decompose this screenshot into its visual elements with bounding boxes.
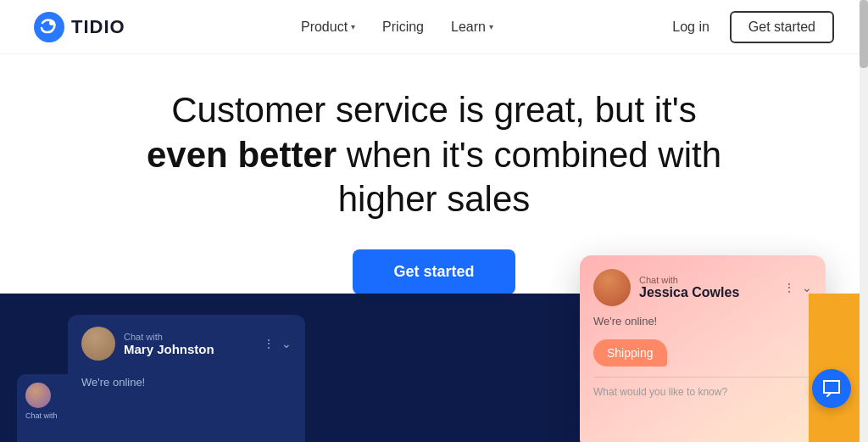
online-status-main: We're online! bbox=[593, 315, 812, 327]
hero-heading: Customer service is great, but it's even… bbox=[129, 88, 739, 222]
nav-center: Product ▾ Pricing Learn ▾ bbox=[301, 20, 493, 35]
hero-heading-bold: even better bbox=[147, 135, 337, 175]
svg-point-0 bbox=[34, 12, 64, 42]
svg-point-1 bbox=[49, 20, 54, 25]
expand-icon-mid: ⌄ bbox=[281, 337, 292, 350]
fab-chat-button[interactable] bbox=[812, 369, 851, 408]
nav-pricing-label: Pricing bbox=[382, 20, 424, 35]
chat-with-label-main: Chat with bbox=[639, 275, 775, 285]
logo[interactable]: TIDIO bbox=[34, 12, 125, 42]
chat-agent-name-main: Jessica Cowles bbox=[639, 285, 775, 300]
scrollbar-thumb[interactable] bbox=[860, 0, 868, 68]
logo-icon bbox=[34, 12, 64, 42]
chat-header-text-mid: Chat with Mary Johnston bbox=[124, 332, 254, 356]
chat-header-icons-main: ⋮ ⌄ bbox=[783, 281, 812, 294]
chat-card-dark-header: Chat with Mary Johnston ⋮ ⌄ bbox=[68, 315, 305, 369]
chat-input-placeholder: What would you like to know? bbox=[593, 377, 812, 398]
online-status-mid: We're online! bbox=[81, 376, 145, 389]
login-button[interactable]: Log in bbox=[669, 13, 713, 42]
chat-card-dark-body: We're online! bbox=[68, 369, 305, 395]
nav-item-product[interactable]: Product ▾ bbox=[301, 20, 355, 35]
dots-icon-main: ⋮ bbox=[783, 281, 795, 294]
chat-header-text-main: Chat with Jessica Cowles bbox=[639, 275, 775, 300]
tiny-avatar bbox=[25, 383, 51, 408]
dots-icon-mid: ⋮ bbox=[263, 337, 275, 350]
nav-right: Log in Get started bbox=[669, 11, 834, 43]
expand-icon-main: ⌄ bbox=[802, 281, 812, 294]
chat-agent-name-mid: Mary Johnston bbox=[124, 342, 254, 356]
fab-chat-icon bbox=[822, 379, 841, 398]
navigation: TIDIO Product ▾ Pricing Learn ▾ Log in G… bbox=[0, 0, 868, 54]
avatar-jessica bbox=[593, 269, 631, 306]
chat-bubble-shipping: Shipping bbox=[593, 339, 667, 366]
nav-item-learn[interactable]: Learn ▾ bbox=[451, 20, 493, 35]
hero-heading-part2: when it's combined with higher sales bbox=[337, 135, 721, 220]
chat-card-main-header: Chat with Jessica Cowles ⋮ ⌄ bbox=[593, 269, 812, 306]
logo-text: TIDIO bbox=[71, 16, 125, 38]
chat-card-main: Chat with Jessica Cowles ⋮ ⌄ We're onlin… bbox=[580, 255, 826, 442]
nav-item-pricing[interactable]: Pricing bbox=[382, 20, 424, 35]
chat-avatar-mary bbox=[81, 327, 115, 361]
hero-getstarted-button[interactable]: Get started bbox=[353, 249, 515, 294]
chat-card-dark: Chat with Mary Johnston ⋮ ⌄ We're online… bbox=[68, 315, 305, 442]
nav-learn-label: Learn bbox=[451, 20, 486, 35]
hero-heading-part1: Customer service is great, but it's bbox=[171, 90, 697, 130]
product-chevron-icon: ▾ bbox=[351, 22, 355, 31]
chat-header-icons-mid: ⋮ ⌄ bbox=[263, 337, 292, 350]
chat-with-label-mid: Chat with bbox=[124, 332, 254, 342]
learn-chevron-icon: ▾ bbox=[489, 22, 493, 31]
nav-getstarted-button[interactable]: Get started bbox=[730, 11, 834, 43]
scrollbar[interactable] bbox=[860, 0, 868, 442]
nav-product-label: Product bbox=[301, 20, 348, 35]
